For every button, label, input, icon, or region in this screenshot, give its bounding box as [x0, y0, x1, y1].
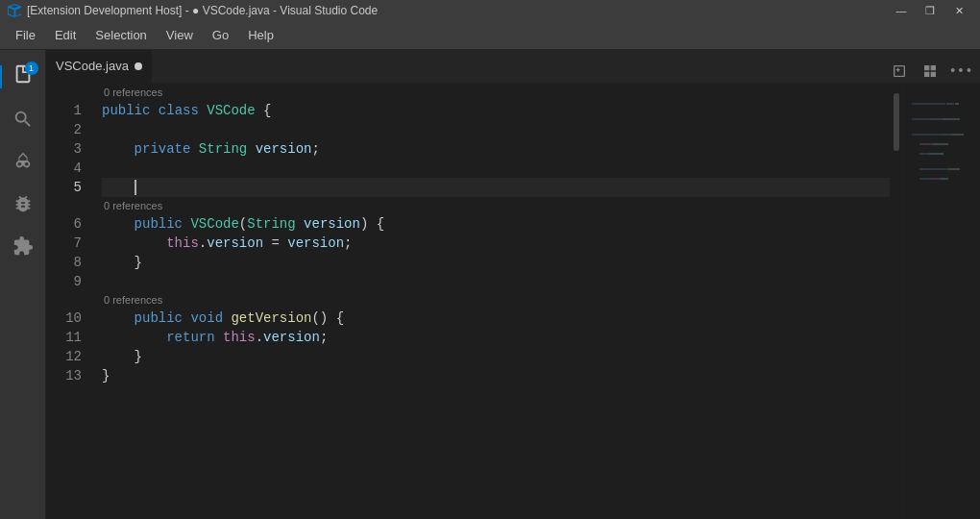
- extensions-activity-icon[interactable]: [4, 227, 42, 265]
- svg-rect-14: [929, 153, 943, 155]
- window-title: [Extension Development Host] - ● VSCode.…: [27, 4, 378, 17]
- code-line-13: }: [102, 366, 890, 385]
- code-line-9: [102, 272, 890, 291]
- line-num-5: 5: [54, 178, 86, 197]
- minimap: [903, 84, 980, 519]
- tab-modified-dot: [135, 62, 142, 70]
- code-line-12: }: [102, 347, 890, 366]
- line-num-9: 9: [54, 272, 86, 291]
- svg-rect-13: [919, 153, 929, 155]
- tab-label: VSCode.java: [56, 59, 129, 73]
- search-activity-icon[interactable]: [4, 100, 42, 138]
- code-line-11: return this . version ;: [102, 328, 890, 347]
- code-line-3: private String version ;: [102, 139, 890, 159]
- menu-go[interactable]: Go: [205, 24, 236, 46]
- ref-line-1: 0 references: [102, 84, 890, 101]
- line-num-4: 4: [54, 159, 86, 178]
- app-icon: [8, 4, 21, 17]
- line-num-10: 10: [54, 309, 86, 328]
- close-button[interactable]: ✕: [945, 0, 972, 21]
- line-num-11: 11: [54, 328, 86, 347]
- maximize-button[interactable]: ❒: [917, 0, 943, 21]
- svg-rect-2: [955, 103, 959, 105]
- svg-rect-18: [919, 178, 931, 180]
- svg-rect-7: [941, 134, 952, 136]
- svg-rect-4: [931, 118, 943, 120]
- main-layout: 1 VSCode.java: [0, 50, 980, 519]
- split-editor-button[interactable]: [888, 60, 911, 83]
- menu-view[interactable]: View: [159, 24, 201, 46]
- line-num-13: 13: [54, 366, 86, 385]
- tab-bar: VSCode.java •••: [46, 50, 980, 84]
- more-actions-button[interactable]: •••: [949, 60, 972, 83]
- code-line-5: [102, 178, 890, 197]
- debug-activity-icon[interactable]: [4, 185, 42, 223]
- line-num-6: 6: [54, 214, 86, 234]
- svg-rect-11: [933, 143, 943, 145]
- line-num-7: 7: [54, 234, 86, 253]
- line-num-8: 8: [54, 253, 86, 272]
- line-num-2: 2: [54, 120, 86, 139]
- code-line-7: this . version = version ;: [102, 234, 890, 253]
- minimize-button[interactable]: —: [888, 0, 915, 21]
- svg-rect-10: [919, 143, 933, 145]
- menu-selection[interactable]: Selection: [87, 24, 154, 46]
- code-line-6: public VSCode ( String version ) {: [102, 214, 890, 234]
- svg-rect-12: [943, 143, 948, 145]
- line-num-3: 3: [54, 139, 86, 159]
- menu-file[interactable]: File: [8, 24, 43, 46]
- scrollbar-thumb[interactable]: [894, 93, 899, 151]
- tab-actions: •••: [880, 60, 980, 83]
- code-line-8: }: [102, 253, 890, 272]
- menu-bar: File Edit Selection View Go Help: [0, 21, 980, 50]
- svg-rect-19: [931, 178, 941, 180]
- svg-rect-16: [948, 168, 956, 170]
- notification-badge: 1: [25, 62, 38, 75]
- menu-edit[interactable]: Edit: [47, 24, 84, 46]
- layout-button[interactable]: [919, 60, 942, 83]
- svg-rect-17: [956, 168, 960, 170]
- text-cursor: [135, 180, 136, 195]
- code-editor[interactable]: 0 references public class VSCode { pr: [94, 84, 890, 519]
- svg-rect-0: [912, 103, 945, 105]
- editor-content[interactable]: 1 2 3 4 5 6 7 8 9 10 11 12 13: [46, 84, 980, 519]
- ref-line-6: 0 references: [102, 197, 890, 214]
- svg-rect-15: [919, 168, 948, 170]
- line-num-1: 1: [54, 101, 86, 120]
- svg-rect-5: [943, 118, 960, 120]
- title-bar: [Extension Development Host] - ● VSCode.…: [0, 0, 980, 21]
- code-line-10: public void getVersion () {: [102, 309, 890, 328]
- svg-rect-8: [952, 134, 960, 136]
- source-control-activity-icon[interactable]: [4, 142, 42, 181]
- activity-bar: 1: [0, 50, 46, 519]
- scrollbar-track[interactable]: [890, 84, 903, 519]
- editor-area: VSCode.java ••• 1 2 3 4: [46, 50, 980, 519]
- code-line-4: [102, 159, 890, 178]
- svg-rect-3: [912, 118, 931, 120]
- explorer-activity-icon[interactable]: 1: [4, 58, 42, 96]
- tab-vscode-java[interactable]: VSCode.java: [46, 50, 153, 83]
- line-numbers: 1 2 3 4 5 6 7 8 9 10 11 12 13: [46, 84, 94, 519]
- svg-rect-1: [946, 103, 954, 105]
- ref-line-10: 0 references: [102, 291, 890, 309]
- svg-rect-20: [941, 178, 948, 180]
- menu-help[interactable]: Help: [240, 24, 282, 46]
- window-controls[interactable]: — ❒ ✕: [888, 0, 972, 21]
- line-num-12: 12: [54, 347, 86, 366]
- code-line-2: [102, 120, 890, 139]
- svg-rect-6: [912, 134, 941, 136]
- code-line-1: public class VSCode {: [102, 101, 890, 120]
- title-bar-left: [Extension Development Host] - ● VSCode.…: [8, 4, 378, 17]
- svg-rect-9: [960, 134, 964, 136]
